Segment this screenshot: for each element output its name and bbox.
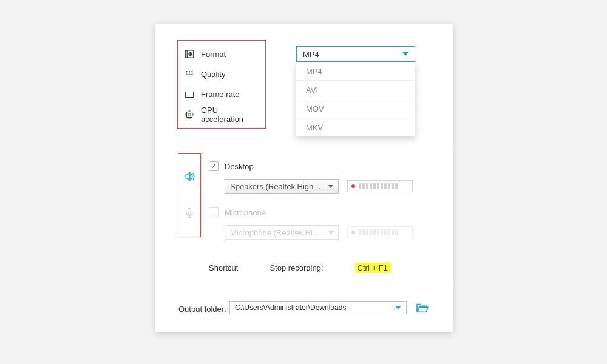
audio-source-icons <box>178 153 201 237</box>
microphone-audio-row: Microphone <box>209 206 439 219</box>
settings-item-format[interactable]: Format <box>184 46 259 62</box>
format-selected-value: MP4 <box>303 50 319 59</box>
settings-item-label: GPU acceleration <box>201 106 259 124</box>
output-folder-select[interactable]: C:\Users\Administrator\Downloads <box>229 301 407 314</box>
folder-icon <box>416 302 429 313</box>
desktop-device-value: Speakers (Realtek High De... <box>230 182 325 191</box>
video-settings-section: Format Quality <box>155 24 453 146</box>
shortcut-title: Shortcut <box>209 263 238 272</box>
microphone-audio-block: Microphone Microphone (Realtek High ... <box>209 206 439 240</box>
audio-settings-section: Desktop Speakers (Realtek High De... <box>155 146 453 286</box>
settings-item-framerate[interactable]: Frame rate <box>184 86 259 103</box>
format-dropdown-button[interactable]: MP4 <box>296 46 415 62</box>
shortcut-row: Shortcut Stop recording: Ctrl + F1 <box>209 263 390 273</box>
desktop-device-row: Speakers (Realtek High De... <box>209 179 439 194</box>
shortcut-action-label: Stop recording: <box>270 263 323 272</box>
microphone-audio-label: Microphone <box>225 208 266 217</box>
settings-item-label: Frame rate <box>201 90 259 99</box>
svg-rect-0 <box>185 50 194 58</box>
output-folder-label: Output folder: <box>178 305 226 314</box>
desktop-level-meter <box>347 180 413 192</box>
microphone-audio-checkbox[interactable] <box>209 207 219 217</box>
open-folder-button[interactable] <box>415 301 430 314</box>
settings-item-quality[interactable]: Quality <box>184 66 259 83</box>
desktop-device-select[interactable]: Speakers (Realtek High De... <box>225 179 339 194</box>
svg-rect-13 <box>187 112 192 117</box>
chevron-down-icon <box>328 231 333 234</box>
record-dot-icon <box>351 231 355 234</box>
output-section: Output folder: C:\Users\Administrator\Do… <box>155 286 453 334</box>
chevron-down-icon <box>328 185 333 188</box>
desktop-audio-row: Desktop <box>209 160 439 173</box>
svg-point-5 <box>189 71 190 72</box>
shortcut-key[interactable]: Ctrl + F1 <box>355 263 390 273</box>
microphone-device-row: Microphone (Realtek High ... <box>209 225 439 240</box>
svg-point-6 <box>191 71 192 72</box>
desktop-audio-block: Desktop Speakers (Realtek High De... <box>209 160 439 194</box>
level-bars <box>359 229 398 235</box>
settings-item-gpu[interactable]: GPU acceleration <box>184 106 259 123</box>
gpu-icon <box>184 109 195 120</box>
format-dropdown: MP4 MP4 AVI MOV MKV <box>296 46 415 136</box>
svg-rect-10 <box>185 92 194 97</box>
microphone-device-select: Microphone (Realtek High ... <box>225 225 339 240</box>
microphone-level-meter <box>347 226 413 238</box>
settings-panel: Format Quality <box>155 24 453 332</box>
svg-point-2 <box>189 53 192 56</box>
format-dropdown-list: MP4 AVI MOV MKV <box>296 62 415 136</box>
svg-rect-27 <box>188 209 191 214</box>
record-dot-icon <box>351 184 355 188</box>
speaker-icon <box>183 170 196 185</box>
microphone-icon <box>183 207 195 221</box>
settings-categories: Format Quality <box>177 40 266 129</box>
format-option-mkv[interactable]: MKV <box>296 118 415 136</box>
output-folder-path: C:\Users\Administrator\Downloads <box>235 303 392 312</box>
framerate-icon <box>184 89 195 100</box>
level-bars <box>359 183 398 189</box>
svg-point-4 <box>186 71 187 72</box>
format-icon <box>184 49 195 59</box>
svg-point-7 <box>186 74 188 75</box>
svg-point-3 <box>190 53 191 55</box>
format-option-avi[interactable]: AVI <box>296 81 415 99</box>
chevron-down-icon <box>402 52 409 56</box>
svg-point-9 <box>192 74 193 75</box>
microphone-device-value: Microphone (Realtek High ... <box>230 228 325 237</box>
settings-item-label: Format <box>201 50 259 59</box>
format-option-mp4[interactable]: MP4 <box>296 62 415 81</box>
svg-point-8 <box>189 74 190 75</box>
desktop-audio-checkbox[interactable] <box>209 161 219 171</box>
quality-icon <box>184 69 195 79</box>
settings-item-label: Quality <box>201 70 259 79</box>
svg-rect-14 <box>188 113 191 116</box>
format-option-mov[interactable]: MOV <box>296 99 415 118</box>
chevron-down-icon <box>395 306 401 309</box>
desktop-audio-label: Desktop <box>225 162 254 171</box>
